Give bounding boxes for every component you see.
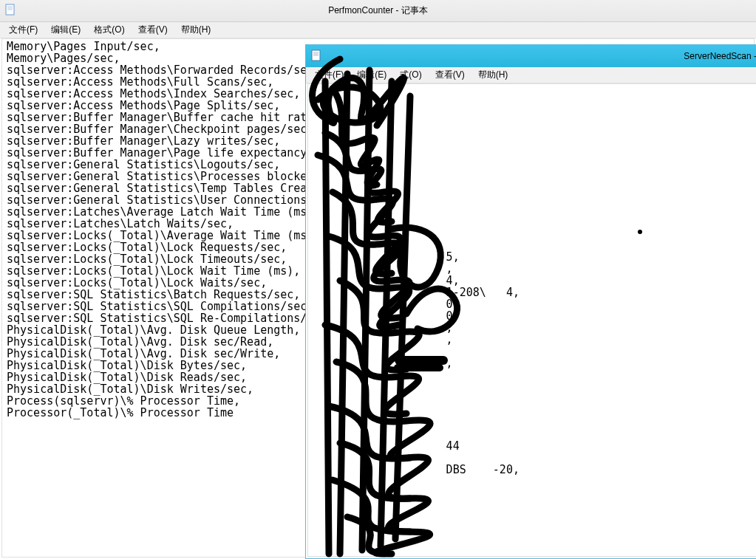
content-line [313,381,756,393]
stray-dot [638,230,642,234]
secondary-titlebar[interactable]: ServerNeedScan - [306,45,756,67]
content-line [313,168,756,180]
content-line [313,369,756,381]
menu-format[interactable]: 格式(O) [88,22,130,38]
content-line [313,452,756,464]
content-line [313,97,756,109]
content-line [313,109,756,121]
menu-edit-2[interactable]: 编辑(E) [351,67,392,83]
main-menubar: 文件(F) 编辑(E) 格式(O) 查看(V) 帮助(H) [0,22,756,38]
notepad-icon [310,49,322,64]
secondary-notepad-window: ServerNeedScan - 文件(F) 编辑(E) 式(O) 查看(V) … [305,44,756,559]
menu-view[interactable]: 查看(V) [132,22,174,38]
menu-help-2[interactable]: 帮助(H) [472,67,514,83]
secondary-window-title: ServerNeedScan - [684,51,756,61]
menu-format-2[interactable]: 式(O) [394,67,427,83]
content-line: DBS -20, [313,464,756,476]
menu-file-2[interactable]: 文件(F) [309,67,350,83]
content-line [313,86,756,97]
content-line [313,180,756,192]
content-line [313,428,756,440]
content-line [313,121,756,133]
menu-edit[interactable]: 编辑(E) [45,22,86,38]
content-line [313,204,756,216]
content-line [313,393,756,405]
menu-file[interactable]: 文件(F) [3,22,44,38]
content-line [313,239,756,251]
main-titlebar[interactable]: PerfmonCounter - 记事本 [0,0,756,22]
content-line [313,192,756,204]
content-line: , [313,322,756,334]
secondary-menubar: 文件(F) 编辑(E) 式(O) 查看(V) 帮助(H) [306,67,756,83]
content-line: 4, [313,275,756,287]
content-line: , [313,263,756,275]
content-line: 44 [313,440,756,452]
content-line [313,216,756,227]
content-line [313,133,756,145]
main-window-title: PerfmonCounter - 记事本 [328,4,428,17]
content-line: 0, [313,310,756,322]
content-line [313,145,756,157]
content-line: 1-208\ 4, [313,287,756,298]
content-line [313,157,756,168]
content-line [313,416,756,428]
menu-help[interactable]: 帮助(H) [175,22,217,38]
secondary-text-content[interactable]: 5, , 4, 1-208\ 4, 0, 0, , , [307,83,756,557]
content-line: , [313,334,756,346]
content-line: 5, [313,251,756,263]
content-line [313,227,756,239]
content-line: , [313,357,756,369]
menu-view-2[interactable]: 查看(V) [429,67,471,83]
notepad-icon [4,4,16,18]
content-line: 0, [313,298,756,310]
content-line [313,346,756,357]
content-line [313,405,756,416]
